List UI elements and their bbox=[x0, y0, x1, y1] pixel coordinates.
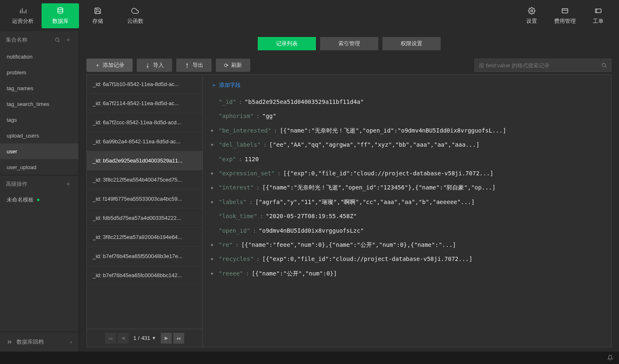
sidebar: 集合名称 ＋ notificationproblemtag_namestag_s… bbox=[0, 31, 79, 352]
field-row[interactable]: ▶"reeee": [{"name":"公开","num":0}] bbox=[211, 266, 603, 280]
content: 记录列表 索引管理 权限设置 ＋ 添加记录 ⭳ 导入 ⭱ 导出 ⟳ 刷新 bbox=[79, 31, 619, 352]
nav-ticket[interactable]: 工单 bbox=[582, 3, 615, 28]
nav-analytics[interactable]: 运营分析 bbox=[4, 3, 42, 28]
gear-icon bbox=[528, 7, 536, 15]
pager-first-button[interactable]: ⏮ bbox=[105, 333, 116, 344]
collections-header: 集合名称 ＋ bbox=[0, 31, 79, 49]
add-template-icon[interactable]: ＋ bbox=[64, 180, 73, 188]
bars-icon bbox=[19, 7, 27, 15]
field-value: "2020-05-27T08:19:55.458Z" bbox=[266, 212, 357, 221]
sidebar-item-upload_users[interactable]: upload_users bbox=[0, 128, 79, 143]
field-row[interactable]: ▶"be_interested": [{"name":"无奈时光！飞逝","op… bbox=[211, 123, 603, 138]
template-item[interactable]: 未命名模板 bbox=[0, 192, 79, 207]
cloud-icon bbox=[131, 7, 139, 15]
tab-records[interactable]: 记录列表 bbox=[258, 37, 316, 50]
record-item[interactable]: _id: 6a99b2a4-8542-11ea-8d5d-ac... bbox=[87, 132, 202, 151]
field-row[interactable]: ▶"labels": ["agrfa","y","11","璀璨","啊啊","… bbox=[211, 195, 603, 209]
nav-label: 运营分析 bbox=[12, 17, 34, 25]
svg-line-5 bbox=[59, 41, 60, 42]
field-row[interactable]: ▶"del_labels": ["ee","AA","qq","agrgwa",… bbox=[211, 138, 603, 152]
field-row[interactable]: "look_time": "2020-05-27T08:19:55.458Z" bbox=[211, 209, 603, 223]
field-key: "_id" bbox=[219, 97, 236, 106]
nav-storage[interactable]: 存储 bbox=[79, 3, 116, 28]
expand-icon[interactable]: ▶ bbox=[211, 256, 216, 262]
expand-icon[interactable]: ▶ bbox=[211, 241, 216, 248]
field-row[interactable]: ▶"expression_set": [{"exp":0,"file_id":"… bbox=[211, 166, 603, 180]
pager-last-button[interactable]: ⏭ bbox=[173, 333, 184, 344]
add-collection-icon[interactable]: ＋ bbox=[64, 36, 73, 44]
record-item[interactable]: _id: 3f8c212f5ea554b400475ced75... bbox=[87, 170, 202, 189]
expand-icon[interactable]: ▶ bbox=[211, 199, 216, 205]
record-item[interactable]: _id: 3f8c212f5ea57a92004b194e64... bbox=[87, 228, 202, 247]
pager-next-button[interactable]: ▶ bbox=[161, 333, 172, 344]
record-item[interactable]: _id: f149f6775ea55533003ca4bc59... bbox=[87, 189, 202, 209]
add-record-button[interactable]: ＋ 添加记录 bbox=[86, 59, 133, 72]
field-row[interactable]: "open_id": "o9dmv4nBU5Idd0ix8vrgguofsLzc… bbox=[211, 224, 603, 238]
records-list: _id: 6a7f1b10-8542-11ea-8d5d-ac..._id: 6… bbox=[87, 75, 202, 329]
chevron-right-icon: › bbox=[70, 339, 72, 345]
main: 集合名称 ＋ notificationproblemtag_namestag_s… bbox=[0, 31, 619, 352]
collections-title: 集合名称 bbox=[6, 36, 54, 44]
record-item[interactable]: _id: b7ef76b45ea65fc00048bbc142... bbox=[87, 266, 202, 285]
nav-database[interactable]: 数据库 bbox=[42, 3, 79, 28]
add-field-button[interactable]: ＋ 添加字段 bbox=[211, 81, 241, 89]
sidebar-item-notification[interactable]: notification bbox=[0, 49, 79, 64]
record-item[interactable]: _id: fdb5d5d75ea57a4d003354222... bbox=[87, 209, 202, 228]
sidebar-item-tag_search_times[interactable]: tag_search_times bbox=[0, 96, 79, 112]
advanced-title: 高级操作 bbox=[6, 180, 64, 188]
nav-billing[interactable]: 费用管理 bbox=[548, 3, 582, 28]
rollback-label: 数据库回档 bbox=[17, 338, 44, 346]
tabs: 记录列表 索引管理 权限设置 bbox=[79, 31, 619, 56]
field-row[interactable]: "exp": 1120 bbox=[211, 152, 603, 166]
expand-icon[interactable]: ▶ bbox=[211, 184, 216, 191]
database-icon bbox=[56, 7, 64, 15]
field-row[interactable]: ▶"recycles": [{"exp":0,"file_id":"cloud:… bbox=[211, 252, 603, 266]
document-rows: "_id": "b5ad2e925ea51d04003529a11bf11d4a… bbox=[211, 95, 603, 280]
export-button[interactable]: ⭱ 导出 bbox=[176, 59, 212, 72]
download-icon: ⭳ bbox=[145, 62, 150, 69]
field-row[interactable]: "_id": "b5ad2e925ea51d04003529a11bf11d4a… bbox=[211, 95, 603, 109]
field-row[interactable]: ▶"re": [{"name":"feee","num":0},{"name":… bbox=[211, 238, 603, 252]
tab-permissions[interactable]: 权限设置 bbox=[382, 37, 441, 50]
field-row[interactable]: ▶"interest": [{"name":"无奈时光！飞逝","open_id… bbox=[211, 180, 603, 194]
sidebar-item-user_upload[interactable]: user_upload bbox=[0, 159, 79, 175]
field-key: "reeee" bbox=[219, 269, 243, 278]
sidebar-item-problem[interactable]: problem bbox=[0, 64, 79, 80]
pager-prev-button[interactable]: ◀ bbox=[118, 333, 128, 344]
record-item[interactable]: _id: 6a7f2114-8542-11ea-8d5d-ac... bbox=[87, 94, 202, 113]
record-item[interactable]: _id: b7ef76b45ea65f550048b3e17e... bbox=[87, 247, 202, 266]
nav-settings[interactable]: 设置 bbox=[515, 3, 548, 28]
record-item[interactable]: _id: 6a7f1b10-8542-11ea-8d5d-ac... bbox=[87, 75, 202, 94]
refresh-button[interactable]: ⟳ 刷新 bbox=[216, 59, 250, 72]
field-row[interactable]: "aphorism": "gg" bbox=[211, 109, 603, 123]
tab-indexes[interactable]: 索引管理 bbox=[320, 37, 378, 50]
sidebar-item-tag_names[interactable]: tag_names bbox=[0, 80, 79, 96]
field-key: "del_labels" bbox=[219, 140, 261, 149]
expand-icon[interactable]: ▶ bbox=[211, 127, 216, 134]
search-icon[interactable] bbox=[601, 62, 607, 68]
nav-cloud-functions[interactable]: 云函数 bbox=[116, 3, 154, 28]
expand-icon[interactable]: ▶ bbox=[211, 141, 216, 148]
sidebar-footer[interactable]: 数据库回档 › bbox=[0, 332, 79, 352]
record-item[interactable]: _id: b5ad2e925ea51d04003529a11... bbox=[87, 151, 202, 170]
sidebar-item-user[interactable]: user bbox=[0, 143, 79, 159]
field-key: "look_time" bbox=[219, 212, 257, 221]
import-button[interactable]: ⭳ 导入 bbox=[137, 59, 172, 72]
sidebar-item-tags[interactable]: tags bbox=[0, 112, 79, 128]
save-icon bbox=[94, 7, 102, 15]
pager-info[interactable]: 1 / 431 ▼ bbox=[130, 335, 159, 341]
record-item[interactable]: _id: 6a7f2ccc-8542-11ea-8d5d-acd... bbox=[87, 113, 202, 132]
bell-icon[interactable] bbox=[607, 355, 613, 361]
records-pane: _id: 6a7f1b10-8542-11ea-8d5d-ac..._id: 6… bbox=[86, 74, 203, 347]
expand-icon[interactable]: ▶ bbox=[211, 170, 216, 177]
document-pane: ＋ 添加字段 "_id": "b5ad2e925ea51d04003529a11… bbox=[203, 74, 612, 347]
field-value: [{"name":"公开","num":0}] bbox=[252, 269, 337, 278]
svg-point-4 bbox=[55, 38, 59, 41]
search-box[interactable] bbox=[474, 59, 612, 72]
search-input[interactable] bbox=[479, 62, 601, 69]
svg-rect-3 bbox=[595, 9, 601, 12]
field-key: "labels" bbox=[219, 197, 247, 207]
search-icon[interactable] bbox=[54, 37, 64, 43]
field-value: "gg" bbox=[262, 111, 276, 121]
expand-icon[interactable]: ▶ bbox=[211, 270, 216, 277]
